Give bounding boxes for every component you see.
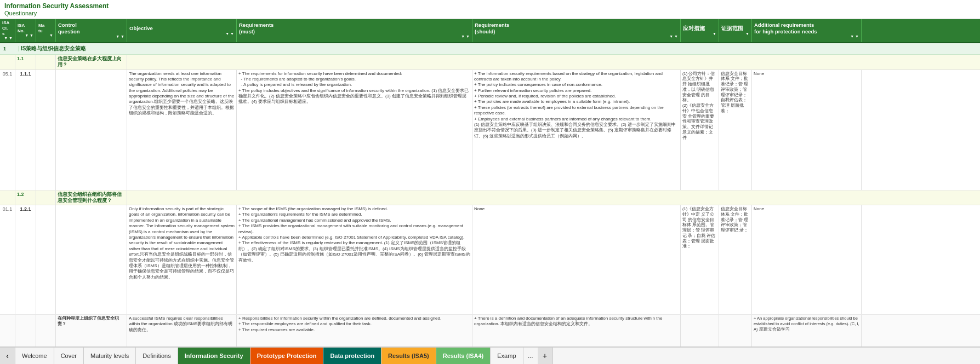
table-row: 05.1 1.1.1 The organization needs at lea… (0, 70, 980, 190)
tab-data-protection[interactable]: Data protection (323, 348, 381, 364)
filter-icon-10[interactable]: ▼ (855, 34, 859, 39)
table-content: 1 IS策略与组织信息安全策略 1.1 信息安全策略在多大程度上向用？ 05.1… (0, 43, 980, 346)
section-1-header: 1 IS策略与组织信息安全策略 (0, 43, 980, 55)
sort-icon-10: ▼ (850, 34, 854, 39)
tab-prototype[interactable]: Prototype Protection (250, 348, 324, 364)
col-header-req-should[interactable]: Requirements(should) ▼ ▼ (472, 19, 681, 42)
sort-icon-6: ▼ (461, 34, 465, 39)
col-header-isa-no[interactable]: ISANo. ▼ ▼ (15, 19, 36, 42)
section-number: 1 (3, 46, 19, 51)
app-subtitle: Questionary (4, 10, 976, 16)
bottom-tabs: ‹ Welcome Cover Maturity levels Definiti… (0, 346, 980, 364)
col-header-req-must[interactable]: Requirements(must) ▼ ▼ (237, 19, 472, 42)
table-row: 在何种程度上组织了信息安全职责？ A successful ISMS requi… (0, 315, 980, 346)
sort-icon-4: ▼ (116, 34, 119, 39)
col-header-objective[interactable]: Objective ▼ ▼ (127, 19, 237, 42)
subsection-1-2-header: 1.2 信息安全组织在组织内部将信息安全管理到什么程度？ (0, 190, 980, 206)
tab-next[interactable]: + (538, 348, 553, 364)
sort-icon: ▼ (4, 36, 8, 41)
sort-icon-3: ▼ (49, 33, 53, 38)
sort-icon-2: ▼ (25, 33, 29, 38)
tab-example[interactable]: Examp (491, 348, 523, 364)
sort-icon-7: ▼ (669, 34, 673, 39)
sort-icon-5: ▼ (225, 32, 229, 36)
filter-icon-2[interactable]: ▼ (30, 33, 33, 38)
tab-results-isa4[interactable]: Results (ISA4) (436, 348, 491, 364)
col-header-matu[interactable]: Matu ▼ (36, 19, 56, 42)
filter-icon-6[interactable]: ▼ (466, 34, 470, 39)
filter-icon-4[interactable]: ▼ (121, 34, 124, 39)
filter-icon-5[interactable]: ▼ (230, 32, 234, 36)
tab-cover[interactable]: Cover (54, 348, 84, 364)
col-header-control[interactable]: Controlquestion ▼ ▼ (56, 19, 127, 42)
col-header-additional[interactable]: Additional requirementsfor high protecti… (752, 19, 862, 42)
tab-more[interactable]: ... (523, 348, 538, 364)
app-title: Information Security Assessment (4, 2, 976, 10)
table-row: 01.1 1.2.1 Only if information security … (0, 205, 980, 315)
subsection-1-1-header: 1.1 信息安全策略在多大程度上向用？ (0, 55, 980, 70)
tab-maturity[interactable]: Maturity levels (84, 348, 136, 364)
filter-icon-7[interactable]: ▼ (674, 34, 678, 39)
tab-welcome[interactable]: Welcome (15, 348, 54, 364)
col-header-response[interactable]: 应对措施 ▼ (681, 19, 719, 42)
app-header: Information Security Assessment Question… (0, 0, 980, 19)
filter-icon-8[interactable]: ▼ (713, 32, 716, 36)
tab-results-isa5[interactable]: Results (ISA5) (381, 348, 436, 364)
tab-prev[interactable]: ‹ (0, 348, 15, 364)
filter-icon-9[interactable]: ▼ (745, 32, 749, 36)
filter-icon[interactable]: ▼ (9, 36, 13, 41)
section-title: IS策略与组织信息安全策略 (19, 45, 86, 53)
tab-info-security[interactable]: Information Security (178, 348, 250, 364)
tab-definitions[interactable]: Definitions (136, 348, 178, 364)
column-headers: ISACl.s ▼ ▼ ISANo. ▼ ▼ Matu ▼ Controlque… (0, 19, 980, 43)
col-header-evidence[interactable]: 证据范围 ▼ (719, 19, 752, 42)
col-header-isa-class[interactable]: ISACl.s ▼ ▼ (0, 19, 15, 42)
